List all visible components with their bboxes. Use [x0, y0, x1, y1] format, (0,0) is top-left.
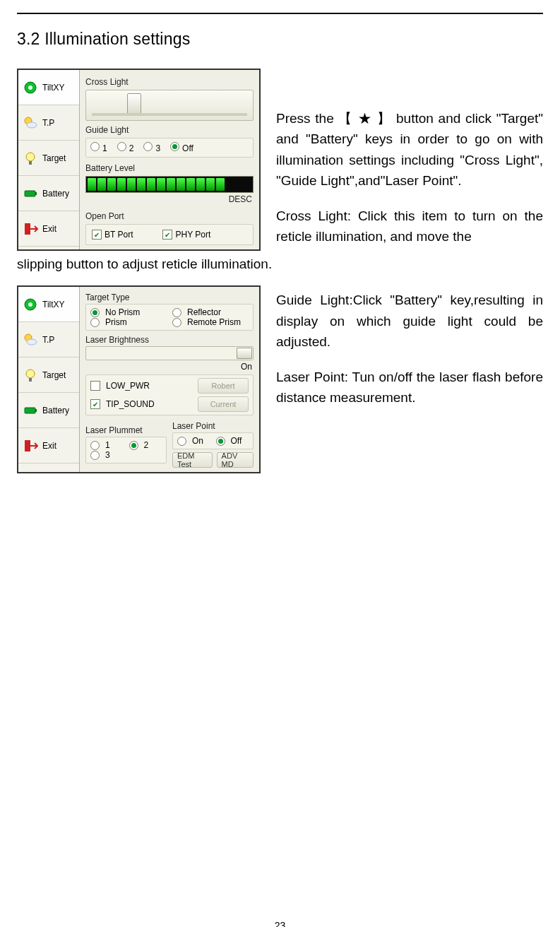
tab-label: Battery: [42, 189, 69, 199]
battery-level-label: Battery Level: [85, 163, 254, 173]
button-current[interactable]: Current: [198, 396, 249, 412]
svg-rect-14: [29, 378, 32, 382]
weather-icon: [23, 332, 38, 348]
radio-laser-off[interactable]: [216, 437, 225, 446]
paragraph-intro: Press the 【 ★ 】 button and click "Target…: [276, 108, 543, 191]
svg-point-10: [28, 302, 32, 307]
tab2-tp[interactable]: T.P: [18, 322, 79, 358]
radio-guide-3[interactable]: [143, 142, 153, 151]
tab2-target[interactable]: Target: [18, 358, 79, 393]
svg-point-3: [27, 122, 37, 128]
tab2-exit[interactable]: Exit: [18, 428, 79, 464]
radio-guide-1[interactable]: [90, 142, 100, 151]
svg-rect-7: [35, 192, 37, 195]
paragraph-cross-light-lead: Cross Light: Click this item to turn on …: [276, 206, 543, 247]
laser-point-label: Laser Point: [172, 421, 254, 431]
button-edm-test[interactable]: EDM Test: [172, 452, 213, 468]
radio-plummet-1[interactable]: [90, 441, 100, 450]
level-icon: [23, 80, 38, 95]
checkbox-bt-port[interactable]: ✔: [92, 230, 102, 240]
tab-tp[interactable]: T.P: [18, 105, 79, 141]
laser-brightness-slider[interactable]: [85, 346, 254, 360]
tab-target[interactable]: Target: [18, 141, 79, 176]
svg-rect-8: [25, 223, 30, 235]
svg-rect-5: [29, 161, 32, 165]
open-port-label: Open Port: [85, 211, 254, 221]
laser-on-label: On: [241, 362, 252, 372]
exit-icon: [23, 221, 38, 237]
button-robert[interactable]: Robert: [198, 378, 249, 394]
bulb-icon: [23, 150, 38, 166]
svg-point-13: [26, 370, 35, 378]
radio-plummet-3[interactable]: [90, 451, 100, 460]
radio-plummet-2[interactable]: [129, 441, 138, 450]
weather-icon: [23, 115, 38, 131]
page-number: 23: [0, 920, 560, 927]
radio-guide-off[interactable]: [170, 142, 179, 151]
svg-rect-16: [35, 409, 37, 412]
checkbox-phy-port[interactable]: ✔: [162, 230, 172, 240]
radio-prism[interactable]: [90, 318, 100, 327]
radio-no-prism[interactable]: [90, 308, 100, 317]
paragraph-guide-light: Guide Light:Click "Battery" key,resultin…: [276, 290, 543, 352]
tab-label: T.P: [42, 118, 54, 128]
exit-icon: [23, 438, 38, 454]
paragraph-laser-point: Laser Point: Tun on/off the laser flash …: [276, 367, 543, 408]
guide-light-label: Guide Light: [85, 125, 254, 135]
svg-point-1: [28, 85, 32, 90]
screenshot-illumination-panel-2: TiltXY T.P Target: [17, 285, 261, 473]
radio-laser-on[interactable]: [177, 437, 186, 446]
radio-reflector[interactable]: [172, 308, 181, 317]
tab-label: Target: [42, 370, 66, 380]
laser-plummet-label: Laser Plummet: [85, 425, 167, 435]
checkbox-tip-sound[interactable]: ✔: [90, 399, 100, 409]
tab-label: Exit: [42, 441, 56, 451]
button-adv-md[interactable]: ADV MD: [217, 452, 254, 468]
paragraph-cross-light-tail: slipping button to adjust reticle illumi…: [17, 254, 543, 274]
phy-port-label: PHY Port: [175, 230, 210, 240]
battery-desc: DESC: [229, 194, 252, 204]
tab-label: TiltXY: [42, 83, 65, 93]
svg-rect-17: [25, 440, 30, 451]
tab-label: TiltXY: [42, 300, 65, 309]
bulb-icon: [23, 367, 38, 383]
tab2-tiltxy[interactable]: TiltXY: [18, 287, 79, 322]
tab-label: Target: [42, 153, 66, 163]
svg-rect-15: [25, 408, 35, 413]
bt-port-label: BT Port: [105, 230, 133, 240]
cross-light-label: Cross Light: [85, 77, 254, 87]
svg-point-12: [27, 339, 37, 345]
battery-icon: [23, 403, 38, 418]
tab-battery[interactable]: Battery: [18, 176, 79, 211]
tab2-battery[interactable]: Battery: [18, 393, 79, 428]
cross-light-slider[interactable]: [85, 90, 254, 121]
tab-label: Exit: [42, 224, 56, 234]
level-icon: [23, 297, 38, 312]
tab-tiltxy[interactable]: TiltXY: [18, 70, 79, 105]
svg-rect-6: [25, 191, 35, 196]
guide-light-options: 1 2 3 Off: [85, 138, 254, 158]
tab-exit[interactable]: Exit: [18, 211, 79, 247]
target-type-label: Target Type: [85, 293, 254, 302]
battery-icon: [23, 186, 38, 201]
laser-brightness-label: Laser Brightness: [85, 335, 254, 345]
tab-label: T.P: [42, 335, 54, 345]
radio-guide-2[interactable]: [117, 142, 126, 151]
svg-point-4: [26, 153, 35, 161]
screenshot-illumination-panel-1: TiltXY T.P Target: [17, 69, 261, 251]
radio-remote-prism[interactable]: [172, 318, 181, 327]
battery-level-bar: [85, 176, 254, 193]
section-title: 3.2 Illumination settings: [17, 30, 543, 49]
tab-label: Battery: [42, 406, 69, 415]
checkbox-low-pwr[interactable]: [90, 381, 100, 391]
